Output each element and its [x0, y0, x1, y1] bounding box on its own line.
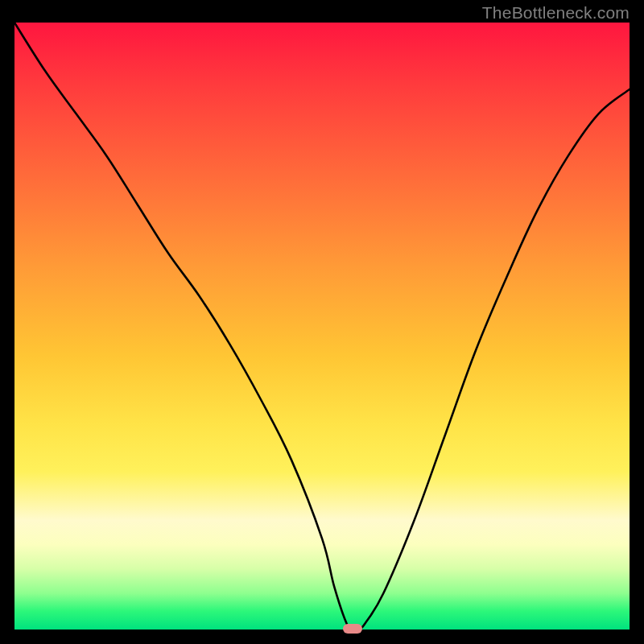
bottleneck-curve: [14, 23, 630, 630]
plot-area: [14, 23, 630, 630]
optimal-point-marker: [343, 624, 362, 634]
watermark-text: TheBottleneck.com: [482, 3, 630, 23]
chart-frame: TheBottleneck.com: [0, 0, 644, 644]
